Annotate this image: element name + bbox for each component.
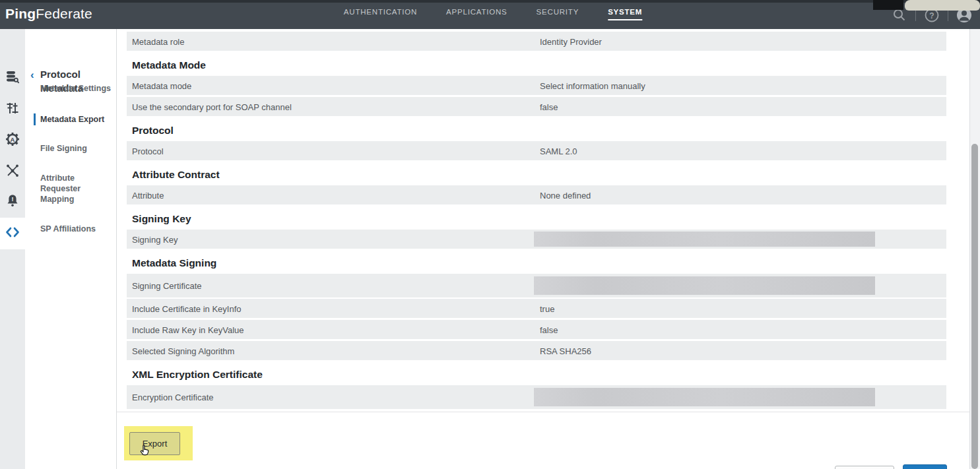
active-indicator-bar [34, 113, 36, 125]
row-label: Protocol [132, 146, 164, 156]
code-brackets-icon[interactable] [5, 224, 20, 240]
row-label: Metadata mode [132, 80, 191, 90]
chevron-left-icon: ‹ [30, 69, 34, 82]
sidebar-item-metadata-export[interactable]: Metadata Export [40, 114, 112, 125]
row-value: false [540, 325, 558, 334]
footer-primary-button[interactable] [903, 464, 947, 469]
svg-text:A: A [11, 136, 15, 143]
gear-a-icon[interactable]: A [5, 131, 20, 147]
row-label: Attribute [132, 190, 164, 200]
row-label: Signing Certificate [132, 281, 202, 291]
summary-row: Signing Certificate [127, 274, 946, 297]
nav-item-system[interactable]: SYSTEM [608, 8, 642, 20]
sidebar-items: Metadata Settings Metadata Export File S… [25, 83, 116, 234]
export-click-highlight: Export [124, 426, 193, 460]
svg-text:!: ! [12, 196, 14, 203]
row-label: Include Raw Key in KeyValue [132, 325, 244, 334]
nav-item-authentication[interactable]: AUTHENTICATION [344, 8, 417, 19]
row-value: true [540, 303, 554, 313]
nav-item-security[interactable]: SECURITY [537, 8, 579, 19]
top-header: PingFederate AUTHENTICATION APPLICATIONS… [0, 0, 980, 29]
header-divider [948, 10, 948, 21]
metadata-summary-list: Metadata role Identity Provider Metadata… [127, 32, 946, 409]
row-label: Use the secondary port for SOAP channel [132, 102, 292, 111]
row-value: Identity Provider [540, 36, 602, 46]
section-header: Metadata Mode [127, 53, 946, 76]
row-value: SAML 2.0 [540, 146, 577, 156]
section-header: XML Encryption Certificate [127, 362, 946, 385]
row-label: Metadata role [132, 36, 185, 46]
logo-bold-text: Ping [5, 6, 36, 21]
section-header: Protocol [127, 118, 946, 141]
sidebar-protocol-metadata: ‹ Protocol Metadata Metadata Settings Me… [25, 29, 117, 469]
row-value: false [540, 102, 558, 111]
summary-row: Metadata mode Select information manuall… [127, 76, 946, 95]
header-top-edge [0, 0, 980, 3]
summary-row: Selected Signing Algorithm RSA SHA256 [127, 341, 946, 360]
row-label: Signing Key [132, 234, 178, 244]
section-header: Attribute Contract [127, 162, 946, 185]
pingfederate-logo[interactable]: PingFederate [5, 6, 92, 22]
summary-row: Attribute None defined [127, 185, 946, 204]
header-divider [915, 10, 916, 21]
row-value: RSA SHA256 [540, 346, 591, 356]
svg-text:?: ? [929, 11, 934, 20]
network-nodes-icon[interactable] [5, 162, 20, 178]
summary-row: Use the secondary port for SOAP channel … [127, 97, 946, 116]
datastore-key-icon[interactable] [5, 69, 20, 85]
section-header: Signing Key [127, 206, 946, 230]
sidebar-item-sp-affiliations[interactable]: SP Affiliations [40, 224, 112, 234]
redacted-value-box [534, 276, 875, 295]
row-label: Include Certificate in KeyInfo [132, 303, 241, 313]
summary-row: Metadata role Identity Provider [127, 32, 946, 51]
pointer-cursor-icon [139, 444, 152, 457]
summary-row: Include Certificate in KeyInfo true [127, 299, 946, 318]
row-label: Selected Signing Algorithm [132, 346, 234, 356]
row-value: Select information manually [540, 80, 645, 90]
export-button[interactable]: Export [129, 432, 180, 455]
sidebar-item-metadata-settings[interactable]: Metadata Settings [40, 83, 112, 94]
nav-item-applications[interactable]: APPLICATIONS [446, 8, 507, 19]
alert-bell-icon[interactable]: ! [5, 193, 20, 208]
footer-secondary-button[interactable] [835, 466, 894, 469]
summary-row: Signing Key [127, 230, 946, 249]
sliders-icon[interactable] [5, 100, 20, 116]
main-nav: AUTHENTICATION APPLICATIONS SECURITY SYS… [344, 8, 642, 20]
screen-artifact-tab [905, 0, 980, 11]
redacted-value-box [534, 388, 875, 406]
screen-artifact-black [873, 0, 903, 10]
icon-rail: A ! [0, 29, 25, 469]
section-header: Metadata Signing [127, 251, 946, 274]
summary-row: Include Raw Key in KeyValue false [127, 320, 946, 339]
scrollbar-track[interactable] [969, 29, 980, 469]
summary-row: Encryption Certificate [127, 385, 946, 409]
sidebar-item-attribute-requester-mapping[interactable]: Attribute Requester Mapping [40, 173, 112, 204]
summary-row: Protocol SAML 2.0 [127, 141, 946, 160]
sidebar-item-file-signing[interactable]: File Signing [40, 143, 112, 154]
redacted-value-box [534, 232, 875, 247]
row-label: Encryption Certificate [132, 392, 214, 402]
logo-regular-text: Federate [36, 6, 92, 21]
content-divider [117, 412, 970, 412]
scrollbar-thumb[interactable] [971, 144, 978, 469]
row-value: None defined [540, 190, 591, 200]
main-content: Metadata role Identity Provider Metadata… [117, 29, 970, 469]
